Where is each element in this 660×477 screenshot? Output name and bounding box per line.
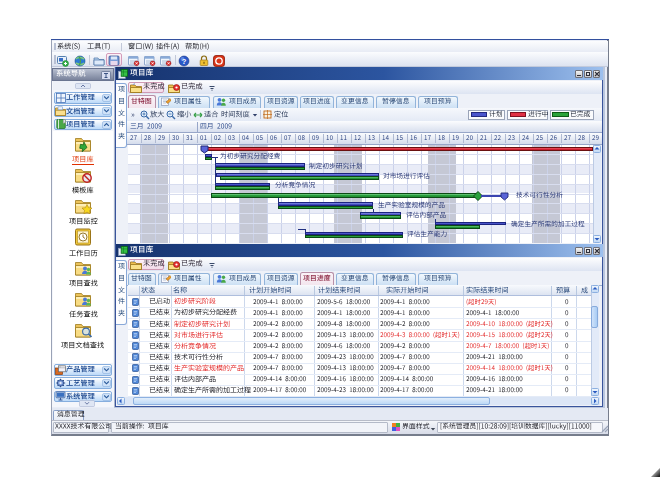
svg-text:?: ? xyxy=(181,56,186,65)
